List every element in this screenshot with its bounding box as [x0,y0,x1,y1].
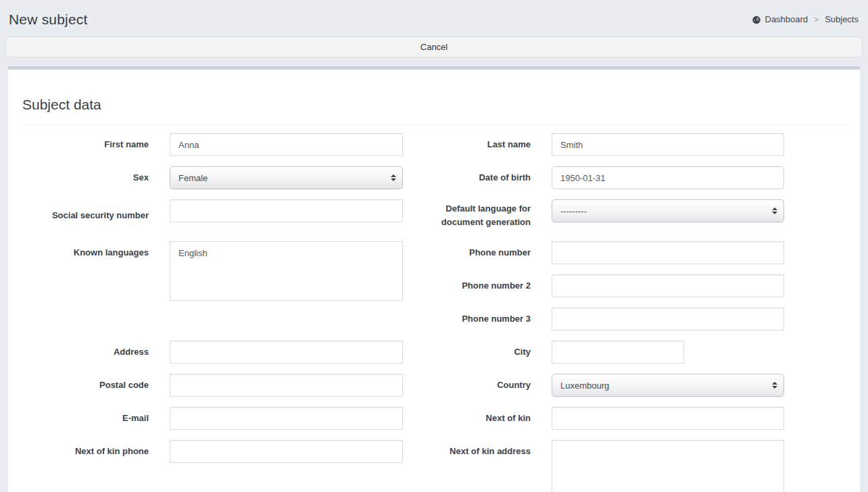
last-name-label: Last name [424,133,531,156]
date-of-birth-label: Date of birth [424,166,531,189]
email-label: E-mail [22,407,149,430]
subject-data-panel: Subject data First name Last name Sex Fe… [8,66,860,492]
address-field [170,341,403,364]
known-languages-select[interactable]: English [170,241,403,301]
next-of-kin-address-field [552,440,784,492]
first-name-field [170,133,403,156]
breadcrumb: Dashboard > Subjects [752,14,859,24]
default-language-field: --------- [552,199,784,222]
known-languages-field: English [170,241,403,301]
last-name-input[interactable] [552,133,784,156]
next-of-kin-phone-field [170,440,403,463]
select-arrows-icon [772,207,777,214]
phone-number-2-field [552,274,784,297]
section-title: Subject data [22,95,846,114]
breadcrumb-dashboard-link[interactable]: Dashboard [765,14,809,24]
sex-field: Female [170,166,403,189]
postal-code-label: Postal code [22,374,149,397]
sex-select-value: Female [178,173,208,183]
next-of-kin-phone-label: Next of kin phone [22,440,149,463]
known-languages-label: Known languages [22,241,149,264]
breadcrumb-current: Subjects [825,14,859,24]
select-arrows-icon [772,382,777,389]
address-label: Address [22,341,149,364]
sex-label: Sex [22,166,149,189]
sex-select[interactable]: Female [170,166,403,189]
phone-number-2-label: Phone number 2 [424,274,531,297]
city-field [552,341,784,364]
postal-code-input[interactable] [170,374,403,397]
phone-number-3-field [552,308,784,330]
default-language-select[interactable]: --------- [552,199,784,222]
postal-code-field [170,374,403,397]
social-security-number-input[interactable] [170,199,403,222]
subject-form: First name Last name Sex Female Date of … [22,133,846,492]
date-of-birth-field [552,166,784,189]
phone-number-field [552,241,784,264]
last-name-field [552,133,784,156]
email-input[interactable] [170,407,403,430]
social-security-number-field [170,199,403,222]
phone-number-3-input[interactable] [552,308,784,330]
default-language-label: Default language for document generation [424,199,531,231]
country-field: Luxembourg [552,374,784,397]
breadcrumb-separator: > [814,15,819,24]
dashboard-icon [752,15,761,24]
next-of-kin-address-textarea[interactable] [552,440,784,492]
first-name-label: First name [22,133,149,156]
known-languages-option-english[interactable]: English [170,242,402,258]
page-header: New subject Dashboard > Subjects [0,0,868,35]
city-input[interactable] [552,341,684,364]
phone-number-3-label: Phone number 3 [424,308,531,330]
cancel-button[interactable]: Cancel [5,36,863,57]
city-label: City [424,341,531,364]
country-select-value: Luxembourg [560,380,609,391]
next-of-kin-label: Next of kin [424,407,531,430]
next-of-kin-field [552,407,784,430]
phone-number-2-input[interactable] [552,274,784,297]
default-language-select-value: --------- [560,206,587,216]
next-of-kin-phone-input[interactable] [170,440,403,463]
social-security-number-label: Social security number [22,199,149,231]
select-arrows-icon [391,174,396,181]
phone-number-input[interactable] [552,241,784,264]
country-select[interactable]: Luxembourg [552,374,784,397]
section-divider [22,124,846,125]
country-label: Country [424,374,531,397]
date-of-birth-input[interactable] [552,166,784,189]
page-title: New subject [9,11,88,28]
first-name-input[interactable] [170,133,403,156]
phone-number-label: Phone number [424,241,531,264]
next-of-kin-input[interactable] [552,407,784,430]
email-field [170,407,403,430]
address-input[interactable] [170,341,403,364]
next-of-kin-address-label: Next of kin address [424,440,531,463]
